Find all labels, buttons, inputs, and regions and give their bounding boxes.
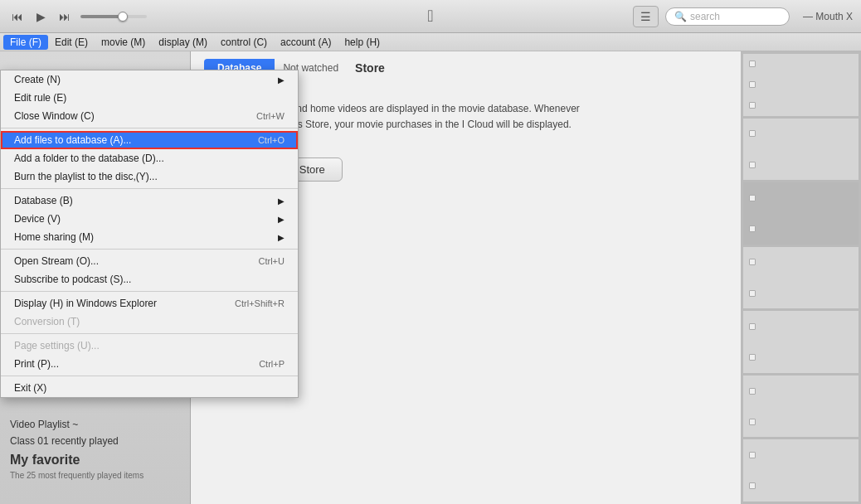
menu-item-display[interactable]: display (M) xyxy=(152,35,214,50)
film-hole xyxy=(749,61,756,67)
separator-1 xyxy=(1,128,298,128)
menu-conversion-label: Conversion (T) xyxy=(14,316,80,327)
menu-database-label: Database (B) xyxy=(14,195,73,206)
transport-controls: ⏮ ▶ ⏭ xyxy=(8,8,147,25)
film-cell-3 xyxy=(741,180,861,245)
menu-close-window-shortcut: Ctrl+W xyxy=(256,111,285,121)
sidebar-item-my-favorite-sub: The 25 most frequently played items xyxy=(0,471,190,483)
menu-item-file[interactable]: File (F) xyxy=(3,35,48,50)
separator-5 xyxy=(1,333,298,334)
menu-subscribe[interactable]: Subscribe to podcast (S)... xyxy=(1,270,298,288)
menu-print[interactable]: Print (P)... Ctrl+P xyxy=(1,355,298,373)
title-bar-center:  xyxy=(427,7,433,26)
film-hole xyxy=(749,388,756,395)
separator-2 xyxy=(1,188,298,189)
menu-device-label: Device (V) xyxy=(14,213,61,225)
menu-display-explorer-shortcut: Ctrl+Shift+R xyxy=(235,298,285,308)
menu-edit-rule[interactable]: Edit rule (E) xyxy=(1,89,298,107)
film-hole xyxy=(749,452,756,458)
separator-6 xyxy=(1,376,298,376)
menu-add-files[interactable]: Add files to database (A)... Ctrl+O xyxy=(1,131,298,149)
menu-open-stream-shortcut: Ctrl+U xyxy=(259,256,285,266)
submenu-arrow-icon-4: ▶ xyxy=(278,233,285,242)
menu-add-files-shortcut: Ctrl+O xyxy=(258,135,285,145)
menu-home-sharing[interactable]: Home sharing (M) ▶ xyxy=(1,228,298,246)
menu-subscribe-label: Subscribe to podcast (S)... xyxy=(14,274,131,285)
app-title: — Mouth X xyxy=(803,11,853,22)
search-icon: 🔍 xyxy=(674,11,687,22)
menu-close-window-label: Close Window (C) xyxy=(14,110,95,122)
film-cell-1 xyxy=(741,51,861,116)
sidebar-item-class01[interactable]: Class 01 recently played xyxy=(0,433,190,449)
submenu-arrow-icon-3: ▶ xyxy=(278,215,285,224)
menu-item-edit[interactable]: Edit (E) xyxy=(48,35,95,50)
menu-create-label: Create (N) xyxy=(14,74,61,85)
separator-4 xyxy=(1,291,298,292)
sidebar-item-video-playlist[interactable]: Video Playlist ~ xyxy=(0,416,190,433)
film-holes-3 xyxy=(747,182,758,245)
film-hole xyxy=(749,259,756,265)
menu-page-settings-label: Page settings (U)... xyxy=(14,340,100,351)
menu-edit-rule-label: Edit rule (E) xyxy=(14,92,66,104)
filmstrip xyxy=(741,51,861,504)
search-placeholder: search xyxy=(690,11,720,22)
film-holes-5 xyxy=(747,311,758,373)
menu-burn-playlist[interactable]: Burn the playlist to the disc,(Y)... xyxy=(1,167,298,186)
menu-add-folder[interactable]: Add a folder to the database (D)... xyxy=(1,149,298,167)
menu-display-explorer-label: Display (H) in Windows Explorer xyxy=(14,298,157,309)
film-cell-5 xyxy=(741,308,861,373)
volume-thumb[interactable] xyxy=(118,12,128,22)
rewind-button[interactable]: ⏮ xyxy=(8,8,27,25)
dropdown-menu-container: Create (N) ▶ Edit rule (E) Close Window … xyxy=(0,70,299,398)
menu-exit-label: Exit (X) xyxy=(14,382,46,394)
film-hole xyxy=(749,482,756,489)
search-box[interactable]: 🔍 search xyxy=(665,7,790,26)
film-hole xyxy=(749,354,756,361)
menu-item-movie[interactable]: movie (M) xyxy=(95,35,152,50)
submenu-arrow-icon-2: ▶ xyxy=(278,196,285,206)
fastforward-button[interactable]: ⏭ xyxy=(56,8,74,25)
film-hole xyxy=(749,162,756,168)
film-hole xyxy=(749,290,756,297)
menu-open-stream[interactable]: Open Stream (O)... Ctrl+U xyxy=(1,252,298,270)
menu-item-help[interactable]: help (H) xyxy=(338,35,387,50)
film-cell-7 xyxy=(741,437,861,504)
menu-conversion: Conversion (T) xyxy=(1,313,298,331)
menu-create[interactable]: Create (N) ▶ xyxy=(1,70,298,89)
menu-print-shortcut: Ctrl+P xyxy=(259,359,285,369)
film-hole xyxy=(749,225,756,232)
menu-home-sharing-label: Home sharing (M) xyxy=(14,231,94,243)
list-view-button[interactable]: ☰ xyxy=(633,6,659,27)
menu-database[interactable]: Database (B) ▶ xyxy=(1,191,298,210)
film-holes-2 xyxy=(747,119,758,181)
tab-store[interactable]: Store xyxy=(347,58,393,78)
menu-print-label: Print (P)... xyxy=(14,358,59,370)
film-holes-6 xyxy=(747,376,758,438)
menu-device[interactable]: Device (V) ▶ xyxy=(1,210,298,228)
separator-3 xyxy=(1,249,298,250)
film-hole xyxy=(749,102,756,109)
apple-logo-icon:  xyxy=(427,7,433,25)
submenu-arrow-icon: ▶ xyxy=(278,75,285,85)
film-holes-1 xyxy=(747,54,758,116)
menu-display-explorer[interactable]: Display (H) in Windows Explorer Ctrl+Shi… xyxy=(1,294,298,313)
menu-item-account[interactable]: account (A) xyxy=(274,35,338,50)
menu-item-control[interactable]: control (C) xyxy=(214,35,274,50)
main-content: Video Playlist ~ Class 01 recently playe… xyxy=(0,51,861,504)
menu-close-window[interactable]: Close Window (C) Ctrl+W xyxy=(1,107,298,125)
film-holes-7 xyxy=(747,439,758,502)
menu-burn-playlist-label: Burn the playlist to the disc,(Y)... xyxy=(14,171,158,182)
menu-open-stream-label: Open Stream (O)... xyxy=(14,255,99,267)
film-holes-4 xyxy=(747,247,758,309)
sidebar-item-my-favorite[interactable]: My favorite xyxy=(0,449,190,471)
volume-slider[interactable] xyxy=(80,15,147,18)
film-hole xyxy=(749,81,756,88)
title-bar: ⏮ ▶ ⏭  ☰ 🔍 search — Mouth X xyxy=(0,0,861,33)
film-hole xyxy=(749,130,756,137)
menu-page-settings: Page settings (U)... xyxy=(1,337,298,355)
menu-exit[interactable]: Exit (X) xyxy=(1,379,298,397)
film-cell-6 xyxy=(741,373,861,438)
play-button[interactable]: ▶ xyxy=(33,8,49,25)
film-hole xyxy=(749,195,756,201)
film-cell-2 xyxy=(741,116,861,181)
